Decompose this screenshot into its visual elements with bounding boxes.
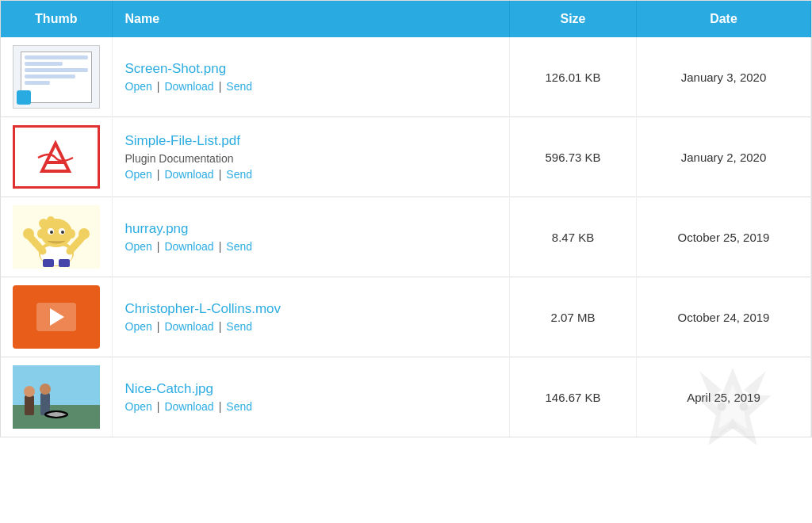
- action-separator: |: [157, 240, 160, 253]
- thumb-cell-pdf: [1, 117, 112, 197]
- file-date: January 2, 2020: [637, 117, 811, 197]
- col-header-size: Size: [510, 1, 637, 37]
- svg-point-7: [47, 216, 55, 224]
- file-description: Plugin Documentation: [125, 152, 497, 165]
- file-actions: Open|Download|Send: [125, 400, 497, 413]
- file-size: 2.07 MB: [510, 277, 637, 357]
- table-row: Christopher-L-Collins.movOpen|Download|S…: [1, 277, 811, 357]
- name-cell-screenshot: Screen-Shot.pngOpen|Download|Send: [112, 37, 510, 117]
- thumb-video: [13, 285, 100, 349]
- svg-point-11: [61, 231, 64, 234]
- thumb-cell-photo: [1, 357, 112, 437]
- file-size: 126.01 KB: [510, 37, 637, 117]
- file-actions: Open|Download|Send: [125, 168, 497, 181]
- svg-point-12: [37, 229, 45, 239]
- action-separator: |: [219, 80, 222, 93]
- action-send-link[interactable]: Send: [226, 168, 252, 181]
- name-cell-photo: Nice-Catch.jpgOpen|Download|Send: [112, 357, 510, 437]
- file-name-link[interactable]: Nice-Catch.jpg: [125, 381, 497, 397]
- action-send-link[interactable]: Send: [226, 400, 252, 413]
- file-date: October 24, 2019: [637, 277, 811, 357]
- name-cell-video: Christopher-L-Collins.movOpen|Download|S…: [112, 277, 510, 357]
- thumb-homer: [13, 205, 100, 269]
- action-separator: |: [219, 168, 222, 181]
- table-row: Nice-Catch.jpgOpen|Download|Send146.67 K…: [1, 357, 811, 437]
- thumb-cell-homer: [1, 197, 112, 277]
- action-send-link[interactable]: Send: [226, 80, 252, 93]
- file-name-link[interactable]: Simple-File-List.pdf: [125, 133, 497, 149]
- action-separator: |: [157, 320, 160, 333]
- action-download-link[interactable]: Download: [164, 80, 213, 93]
- file-date: October 25, 2019: [637, 197, 811, 277]
- action-separator: |: [157, 400, 160, 413]
- col-header-thumb: Thumb: [1, 1, 112, 37]
- svg-point-17: [79, 228, 90, 239]
- action-download-link[interactable]: Download: [164, 168, 213, 181]
- svg-point-21: [24, 386, 35, 397]
- file-size: 596.73 KB: [510, 117, 637, 197]
- action-download-link[interactable]: Download: [164, 400, 213, 413]
- col-header-date: Date: [637, 1, 811, 37]
- action-open-link[interactable]: Open: [125, 80, 152, 93]
- svg-point-16: [23, 228, 34, 239]
- file-date: January 3, 2020: [637, 37, 811, 117]
- action-open-link[interactable]: Open: [125, 400, 152, 413]
- svg-rect-4: [59, 259, 70, 267]
- svg-point-13: [67, 229, 75, 239]
- svg-rect-3: [43, 259, 54, 267]
- action-open-link[interactable]: Open: [125, 320, 152, 333]
- action-open-link[interactable]: Open: [125, 168, 152, 181]
- svg-point-10: [50, 231, 53, 234]
- action-download-link[interactable]: Download: [164, 240, 213, 253]
- file-size: 8.47 KB: [510, 197, 637, 277]
- file-date: April 25, 2019: [637, 357, 811, 437]
- action-separator: |: [157, 168, 160, 181]
- action-separator: |: [219, 240, 222, 253]
- action-send-link[interactable]: Send: [226, 320, 252, 333]
- file-actions: Open|Download|Send: [125, 320, 497, 333]
- thumb-cell-video: [1, 277, 112, 357]
- file-name-link[interactable]: Christopher-L-Collins.mov: [125, 301, 497, 317]
- action-open-link[interactable]: Open: [125, 240, 152, 253]
- thumb-pdf: [13, 125, 100, 189]
- file-actions: Open|Download|Send: [125, 80, 497, 93]
- file-name-link[interactable]: Screen-Shot.png: [125, 61, 497, 77]
- table-row: Screen-Shot.pngOpen|Download|Send126.01 …: [1, 37, 811, 117]
- action-send-link[interactable]: Send: [226, 240, 252, 253]
- col-header-name: Name: [112, 1, 510, 37]
- thumb-screenshot: [13, 45, 100, 109]
- thumb-cell-screenshot: [1, 37, 112, 117]
- action-separator: |: [219, 320, 222, 333]
- name-cell-homer: hurray.pngOpen|Download|Send: [112, 197, 510, 277]
- name-cell-pdf: Simple-File-List.pdfPlugin Documentation…: [112, 117, 510, 197]
- file-list-table: Thumb Name Size Date: [0, 0, 812, 437]
- file-size: 146.67 KB: [510, 357, 637, 437]
- table-row: Simple-File-List.pdfPlugin Documentation…: [1, 117, 811, 197]
- thumb-photo: [13, 365, 100, 429]
- svg-point-23: [40, 384, 51, 395]
- table-row: hurray.pngOpen|Download|Send8.47 KBOctob…: [1, 197, 811, 277]
- file-name-link[interactable]: hurray.png: [125, 221, 497, 237]
- action-separator: |: [157, 80, 160, 93]
- svg-rect-20: [25, 395, 34, 415]
- action-separator: |: [219, 400, 222, 413]
- action-download-link[interactable]: Download: [164, 320, 213, 333]
- file-actions: Open|Download|Send: [125, 240, 497, 253]
